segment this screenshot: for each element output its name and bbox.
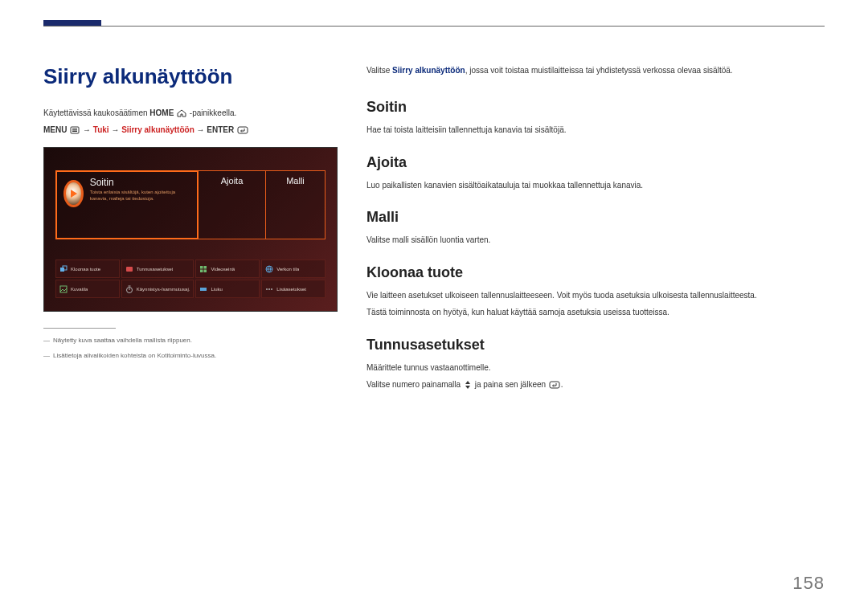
grid-cell-1[interactable]: Tunnusasetukset bbox=[121, 260, 194, 278]
intro-prefix: Käytettävissä kaukosäätimen bbox=[43, 108, 149, 117]
grid-cell-5[interactable]: Käynnistys-/sammutusaj. bbox=[121, 280, 194, 298]
timer-icon bbox=[125, 285, 133, 293]
grid-cell-3[interactable]: Verkon tila bbox=[261, 260, 326, 278]
grid-cell-label: Kloonaa tuote bbox=[71, 267, 100, 272]
svg-point-19 bbox=[268, 288, 270, 290]
ui-screenshot: Soitin Toista erilaisia sisältöjä, kuten… bbox=[43, 147, 338, 312]
svg-point-20 bbox=[271, 288, 272, 290]
lead-paragraph: Valitse Siirry alkunäyttöön, jossa voit … bbox=[366, 64, 825, 76]
right-column: Valitse Siirry alkunäyttöön, jossa voit … bbox=[366, 64, 825, 581]
enter-icon bbox=[237, 126, 248, 136]
tile-player-desc: Toista erilaisia sisältöjä, kuten ajoite… bbox=[90, 190, 190, 202]
section-malli-title: Malli bbox=[366, 209, 825, 226]
grid-cell-label: Liuku bbox=[211, 287, 222, 292]
page-number: 158 bbox=[792, 573, 825, 594]
tunnus-d2-mid: ja paina sen jälkeen bbox=[475, 380, 548, 389]
intro-suffix: -painikkeella. bbox=[190, 108, 236, 117]
tile-player-label: Soitin bbox=[90, 177, 190, 188]
id-icon bbox=[125, 265, 133, 273]
enter-key: ENTER bbox=[207, 125, 234, 134]
net-icon bbox=[265, 265, 273, 273]
page-title: Siirry alkunäyttöön bbox=[43, 64, 338, 89]
svg-rect-21 bbox=[550, 382, 559, 388]
grid-cell-2[interactable]: Videoseinä bbox=[195, 260, 260, 278]
svg-rect-17 bbox=[200, 288, 207, 291]
bottom-grid: Kloonaa tuoteTunnusasetuksetVideoseinäVe… bbox=[55, 260, 326, 298]
tile-schedule-label: Ajoita bbox=[221, 176, 244, 186]
ticker-icon bbox=[199, 285, 207, 293]
clone-icon bbox=[59, 265, 68, 273]
section-soitin-desc: Hae tai toista laitteisiin tallennettuja… bbox=[366, 124, 825, 137]
svg-rect-4 bbox=[238, 127, 248, 133]
section-ajoita-title: Ajoita bbox=[366, 154, 825, 171]
tiles-row: Soitin Toista erilaisia sisältöjä, kuten… bbox=[55, 170, 326, 239]
footnote-1: Näytetty kuva saattaa vaihdella mallista… bbox=[43, 337, 338, 344]
grid-cell-0[interactable]: Kloonaa tuote bbox=[55, 260, 120, 278]
footnote-rule bbox=[43, 328, 116, 329]
page-body: Siirry alkunäyttöön Käytettävissä kaukos… bbox=[43, 64, 825, 581]
lead-suffix: , jossa voit toistaa muistilaitteissa ta… bbox=[465, 66, 733, 75]
grid-cell-4[interactable]: Kuvatila bbox=[55, 280, 120, 298]
enter-icon-2 bbox=[549, 380, 560, 393]
left-column: Siirry alkunäyttöön Käytettävissä kaukos… bbox=[43, 64, 338, 581]
section-soitin-title: Soitin bbox=[366, 99, 825, 116]
home-icon bbox=[177, 109, 186, 119]
home-key-label: HOME bbox=[149, 108, 174, 117]
path-seg-siirry: Siirry alkunäyttöön bbox=[121, 125, 194, 134]
more-icon bbox=[265, 285, 273, 293]
header-divider bbox=[43, 26, 825, 27]
tile-player[interactable]: Soitin Toista erilaisia sisältöjä, kuten… bbox=[55, 170, 199, 239]
svg-rect-10 bbox=[200, 269, 203, 272]
section-tunnus-desc2: Valitse numero painamalla ja paina sen j… bbox=[366, 378, 825, 393]
tile-template[interactable]: Malli bbox=[266, 170, 326, 239]
tile-player-info: Soitin Toista erilaisia sisältöjä, kuten… bbox=[90, 177, 190, 202]
tunnus-d2-prefix: Valitse numero painamalla bbox=[366, 380, 463, 389]
grid-cell-label: Kuvatila bbox=[71, 287, 88, 292]
updown-icon bbox=[464, 380, 472, 393]
svg-rect-11 bbox=[204, 269, 207, 272]
grid-cell-label: Tunnusasetukset bbox=[137, 267, 173, 272]
grid-cell-label: Verkon tila bbox=[276, 267, 299, 272]
section-kloonaa-desc2: Tästä toiminnosta on hyötyä, kun haluat … bbox=[366, 306, 825, 319]
menu-icon bbox=[70, 126, 80, 136]
video-icon bbox=[199, 265, 207, 273]
svg-rect-8 bbox=[200, 266, 203, 269]
section-malli-desc: Valitse malli sisällön luontia varten. bbox=[366, 234, 825, 247]
footnote-2: Lisätietoja alivalikoiden kohteista on K… bbox=[43, 352, 338, 359]
path-seg-tuki: Tuki bbox=[93, 125, 109, 134]
intro-line: Käytettävissä kaukosäätimen HOME -painik… bbox=[43, 108, 338, 119]
section-tunnus-title: Tunnusasetukset bbox=[366, 337, 825, 353]
menu-key: MENU bbox=[43, 125, 67, 134]
grid-cell-7[interactable]: Lisäasetukset bbox=[261, 280, 326, 298]
svg-rect-9 bbox=[204, 266, 207, 269]
tile-template-label: Malli bbox=[286, 176, 305, 186]
grid-cell-label: Videoseinä bbox=[211, 267, 235, 272]
section-kloonaa-desc1: Vie laitteen asetukset ulkoiseen tallenn… bbox=[366, 289, 825, 302]
footnotes: Näytetty kuva saattaa vaihdella mallista… bbox=[43, 328, 338, 359]
section-tunnus-desc1: Määrittele tunnus vastaanottimelle. bbox=[366, 362, 825, 374]
menu-path: MENU → Tuki → Siirry alkunäyttöön → ENTE… bbox=[43, 125, 338, 136]
svg-point-18 bbox=[266, 288, 268, 290]
picture-icon bbox=[59, 285, 68, 293]
grid-cell-label: Käynnistys-/sammutusaj. bbox=[137, 287, 190, 292]
tile-schedule[interactable]: Ajoita bbox=[199, 170, 266, 239]
grid-cell-6[interactable]: Liuku bbox=[195, 280, 260, 298]
section-kloonaa-title: Kloonaa tuote bbox=[366, 264, 825, 281]
svg-rect-7 bbox=[126, 267, 133, 272]
play-icon bbox=[63, 180, 84, 207]
lead-highlight: Siirry alkunäyttöön bbox=[392, 66, 465, 75]
lead-prefix: Valitse bbox=[366, 66, 392, 75]
grid-cell-label: Lisäasetukset bbox=[276, 287, 306, 292]
section-ajoita-desc: Luo paikallisten kanavien sisältöaikatau… bbox=[366, 179, 825, 192]
header-accent-block bbox=[43, 20, 101, 26]
